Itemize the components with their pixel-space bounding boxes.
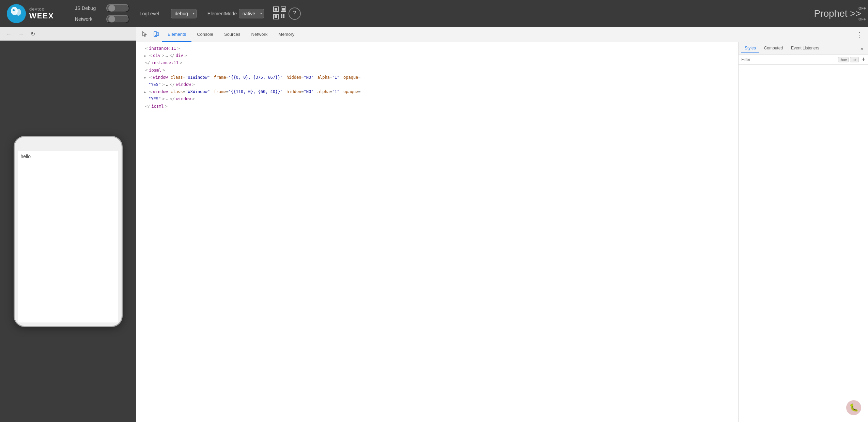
main-area: ← → ↻ hello [0,27,868,422]
device-container: hello [0,41,136,422]
add-style-button[interactable]: + [862,56,865,63]
expand-arrow-5[interactable]: ► [144,75,148,80]
tab-network[interactable]: Network [246,27,273,42]
svg-rect-7 [282,8,285,11]
left-panel: ← → ↻ hello [0,27,136,422]
phone-frame: hello [14,136,123,327]
devtools-content: <instance:11> ► <div>…</div> </instance:… [136,42,868,422]
tab-elements[interactable]: Elements [162,27,191,42]
logo-weex-label: WEEX [29,12,54,20]
network-knob [108,16,115,22]
code-line-1: <instance:11> [136,45,738,52]
log-level-wrapper: debug info warn error ▾ [171,9,197,18]
forward-icon: → [18,31,24,37]
svg-rect-10 [281,14,282,16]
code-line-3: </instance:11> [136,59,738,66]
logo-area: devtool WEEX [7,4,54,23]
svg-point-2 [16,9,21,16]
network-label: Network [75,16,102,22]
logo-text: devtool WEEX [29,7,54,20]
device-mode-btn[interactable] [151,30,162,40]
forward-button[interactable]: → [16,30,26,38]
back-icon: ← [6,31,12,37]
cursor-icon [142,31,148,37]
styles-panel: Styles Computed Event Listeners » :hov .… [739,42,868,422]
svg-rect-14 [154,32,157,36]
device-icon [153,31,159,37]
network-row: Network OFF [75,15,129,23]
code-line-6b: "YES">…</window> [136,95,738,103]
reload-icon: ↻ [31,31,35,37]
style-tab-computed[interactable]: Computed [761,44,786,52]
svg-rect-12 [281,16,282,18]
code-line-6[interactable]: ► <window class="WXWindow" frame="{{110,… [136,88,738,95]
js-debug-toggle[interactable]: OFF [106,4,129,12]
prophet-label[interactable]: Prophet >> [814,8,861,19]
network-toggle[interactable]: OFF [106,15,129,23]
devtools-tabs: Elements Console Sources Network Memory [162,27,300,42]
js-debug-off-label: OFF [858,6,866,10]
logo-divider [68,5,68,22]
styles-filter-row: :hov .cls + [739,55,868,65]
js-debug-row: JS Debug OFF [75,4,129,12]
devtools-more-button[interactable]: ⋮ [854,30,865,40]
phone-screen: hello [18,151,118,322]
code-line-4: <iosml> [136,67,738,74]
nav-bar: ← → ↻ [0,27,136,41]
svg-point-3 [13,9,15,11]
svg-rect-11 [283,14,284,16]
qr-button[interactable] [271,4,289,23]
log-level-select[interactable]: debug info warn error [171,9,197,18]
code-line-5b: "YES">…</window> [136,81,738,88]
code-line-7: </iosml> [136,103,738,110]
svg-rect-9 [275,15,277,18]
tab-memory[interactable]: Memory [273,27,300,42]
style-tab-styles[interactable]: Styles [741,44,759,52]
back-button[interactable]: ← [4,30,14,38]
hov-badge[interactable]: :hov [838,57,849,62]
help-button[interactable]: ? [289,7,301,20]
help-icon: ? [293,10,296,17]
network-off-label: OFF [858,17,866,21]
svg-rect-13 [283,16,284,18]
expand-arrow-2[interactable]: ► [144,53,148,59]
tab-console[interactable]: Console [191,27,219,42]
tab-sources[interactable]: Sources [219,27,246,42]
controls-area: JS Debug OFF Network OFF [75,4,129,23]
svg-rect-5 [275,8,277,11]
qr-icon [272,5,287,20]
devtools-toolbar: Elements Console Sources Network Memory … [136,27,868,42]
code-line-5[interactable]: ► <window class="UIWindow" frame="{{0, 0… [136,74,738,81]
log-level-label: LogLevel [140,11,167,16]
style-tab-event-listeners[interactable]: Event Listeners [788,44,823,52]
cls-badge[interactable]: .cls [850,57,859,62]
expand-arrow-6[interactable]: ► [144,89,148,95]
svg-rect-15 [157,33,159,35]
log-area: LogLevel debug info warn error ▾ Element… [140,9,264,18]
code-panel: <instance:11> ► <div>…</div> </instance:… [136,42,739,422]
styles-filter-input[interactable] [741,57,835,62]
styles-tabs: Styles Computed Event Listeners » [739,42,868,55]
top-bar: devtool WEEX JS Debug OFF Network OFF Lo… [0,0,868,27]
js-debug-knob [108,5,115,12]
reload-button[interactable]: ↻ [29,30,37,38]
logo-devtool-label: devtool [29,7,54,12]
devtools-panel: Elements Console Sources Network Memory … [136,27,868,422]
element-mode-label: ElementMode [207,11,235,16]
inspect-element-btn[interactable] [139,30,151,40]
weex-logo [7,4,26,23]
phone-hello-text: hello [21,154,31,159]
element-mode-wrapper: native web ▾ [239,9,264,18]
bug-icon[interactable]: 🐛 [846,400,861,415]
filter-badges: :hov .cls [838,57,859,62]
bug-symbol: 🐛 [849,403,858,412]
js-debug-label: JS Debug [75,5,102,11]
style-tab-more[interactable]: » [858,45,865,52]
code-line-2[interactable]: ► <div>…</div> [136,52,738,59]
element-mode-select[interactable]: native web [239,9,264,18]
